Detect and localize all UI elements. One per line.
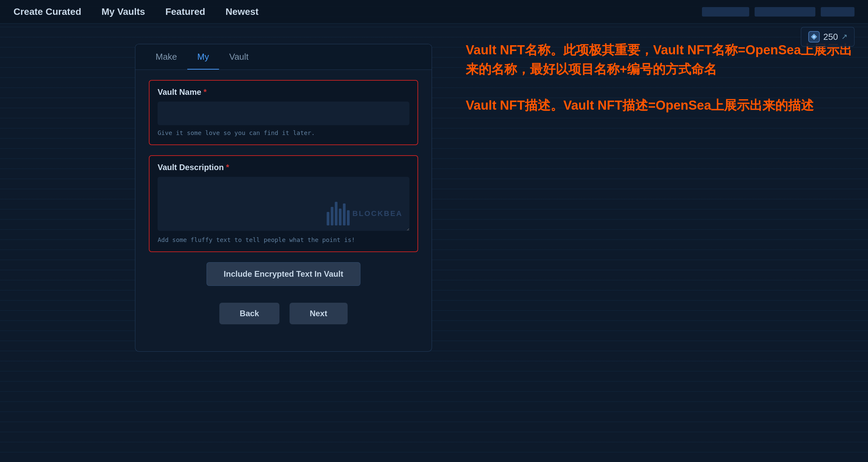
bottom-buttons: Back Next [149, 303, 418, 338]
form-area: Vault Name * Give it some love so you ca… [135, 70, 432, 351]
token-badge[interactable]: 250 ↗ [801, 27, 855, 47]
main-content: Make My Vault Vault Name * Give it some … [0, 24, 868, 462]
vault-desc-label: Vault Description * [158, 163, 409, 172]
vault-name-field-group: Vault Name * Give it some love so you ca… [149, 80, 418, 145]
tab-vault[interactable]: Vault [219, 44, 259, 70]
annotation-block-2: Vault NFT描述。Vault NFT描述=OpenSea上展示出来的描述 [466, 96, 855, 115]
encrypt-button[interactable]: Include Encrypted Text In Vault [207, 262, 360, 286]
tab-bar: Make My Vault [135, 44, 432, 70]
next-button[interactable]: Next [290, 303, 348, 324]
back-button[interactable]: Back [219, 303, 279, 324]
annotation-text-2: Vault NFT描述。Vault NFT描述=OpenSea上展示出来的描述 [466, 96, 855, 115]
annotation-text-1: Vault NFT名称。此项极其重要，Vault NFT名称=OpenSea上展… [466, 40, 855, 79]
vault-desc-hint: Add some fluffy text to tell people what… [158, 236, 409, 243]
token-icon [808, 31, 820, 43]
vault-desc-required: * [226, 163, 229, 172]
vault-name-label: Vault Name * [158, 87, 409, 97]
center-panel: Make My Vault Vault Name * Give it some … [135, 44, 439, 449]
modal-card: Make My Vault Vault Name * Give it some … [135, 44, 432, 352]
nav-placeholder-2 [755, 7, 815, 17]
vault-name-input[interactable] [158, 102, 409, 125]
token-external-link-icon[interactable]: ↗ [841, 32, 847, 41]
nav-links: Create Curated My Vaults Featured Newest [13, 6, 259, 17]
vault-desc-input[interactable] [158, 177, 409, 231]
right-annotation: Vault NFT名称。此项极其重要，Vault NFT名称=OpenSea上展… [459, 37, 855, 449]
nav-featured[interactable]: Featured [165, 6, 205, 17]
nav-newest[interactable]: Newest [225, 6, 259, 17]
token-count: 250 [823, 32, 838, 42]
textarea-wrapper: BLOCKBEA [158, 177, 409, 232]
tab-my[interactable]: My [187, 44, 219, 70]
vault-name-hint: Give it some love so you can find it lat… [158, 129, 409, 136]
tab-make[interactable]: Make [145, 44, 187, 70]
nav-my-vaults[interactable]: My Vaults [102, 6, 145, 17]
nav-create-curated[interactable]: Create Curated [13, 6, 81, 17]
vault-name-required: * [204, 87, 207, 97]
top-nav-right [702, 7, 855, 17]
nav-placeholder-3 [821, 7, 855, 17]
vault-desc-field-group: Vault Description * [149, 155, 418, 252]
nav-placeholder-1 [702, 7, 749, 17]
annotation-block-1: Vault NFT名称。此项极其重要，Vault NFT名称=OpenSea上展… [466, 40, 855, 79]
svg-point-1 [813, 35, 815, 38]
top-nav: Create Curated My Vaults Featured Newest [0, 0, 868, 24]
